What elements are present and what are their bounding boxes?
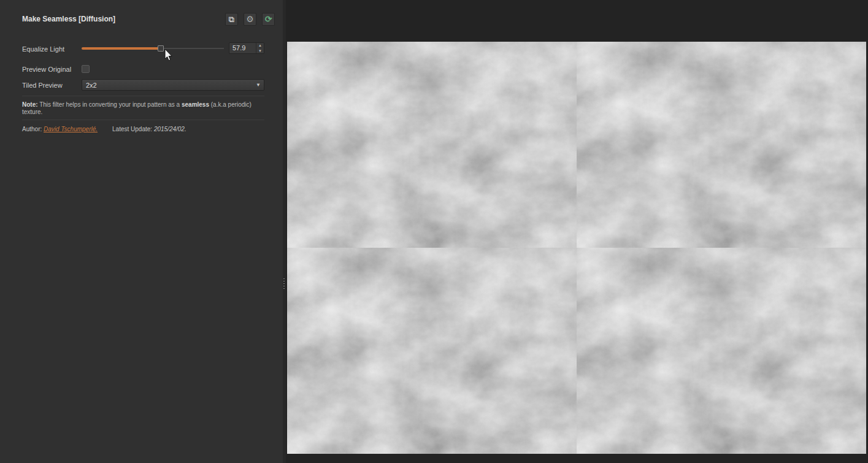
credits-line: Author: David Tschumperlé.Latest Update:…	[22, 126, 186, 132]
copy-to-layers-button[interactable]: ⧉	[225, 13, 238, 26]
note-prefix: Note:	[22, 101, 38, 108]
tiled-texture-preview[interactable]	[287, 42, 866, 454]
refresh-icon: ⟳	[265, 14, 272, 24]
tiled-preview-dropdown[interactable]: 2x2 ▼	[82, 79, 264, 91]
chevron-down-icon: ▼	[253, 82, 264, 88]
note-bold-word: seamless	[182, 101, 209, 108]
author-label: Author:	[22, 126, 44, 132]
spinbox-value[interactable]: 57.9	[229, 43, 256, 53]
dropdown-selected-value: 2x2	[82, 82, 253, 89]
equalize-light-spinbox[interactable]: 57.9 ▲ ▼	[229, 42, 264, 54]
divider	[22, 96, 264, 96]
spinbox-arrows: ▲ ▼	[256, 43, 264, 53]
equalize-light-slider[interactable]	[82, 45, 224, 52]
reset-button[interactable]: ⟳	[262, 13, 275, 26]
gear-icon: ⚙	[246, 14, 254, 24]
preview-original-label: Preview Original	[22, 66, 71, 73]
equalize-light-label: Equalize Light	[22, 45, 64, 53]
note-body-1: This filter helps in converting your inp…	[38, 101, 182, 108]
filter-settings-panel: Make Seamless [Diffusion] ⧉ ⚙ ⟳ Equalize…	[0, 0, 283, 463]
slider-fill	[82, 47, 160, 50]
filter-title: Make Seamless [Diffusion]	[22, 15, 115, 23]
divider	[22, 120, 264, 120]
layers-icon: ⧉	[229, 15, 234, 24]
preview-original-checkbox[interactable]	[82, 65, 90, 73]
preview-pane	[286, 0, 868, 463]
author-link[interactable]: David Tschumperlé.	[44, 126, 98, 132]
filter-note: Note: This filter helps in converting yo…	[22, 101, 264, 116]
update-value: 2015/24/02.	[154, 126, 186, 132]
slider-handle[interactable]	[158, 45, 164, 52]
gmic-filter-window: Make Seamless [Diffusion] ⧉ ⚙ ⟳ Equalize…	[0, 0, 868, 463]
spin-down-icon[interactable]: ▼	[256, 48, 264, 54]
splitter-handle[interactable]	[283, 278, 285, 289]
settings-button[interactable]: ⚙	[244, 13, 256, 26]
tiled-preview-label: Tiled Preview	[22, 82, 63, 89]
update-label: Latest Update:	[112, 126, 154, 132]
spin-up-icon[interactable]: ▲	[256, 43, 264, 48]
